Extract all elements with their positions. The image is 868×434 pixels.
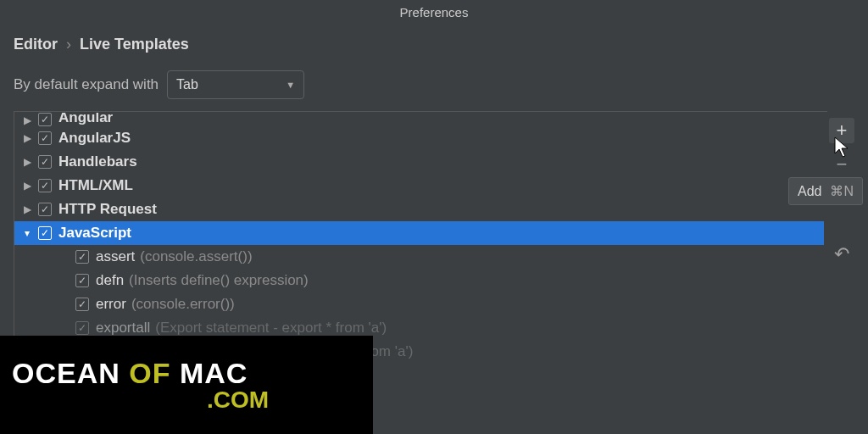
group-row-angular[interactable]: ▶ Angular xyxy=(14,113,824,126)
add-button[interactable]: + xyxy=(829,118,854,143)
reset-button[interactable]: ↶ xyxy=(829,242,854,267)
group-label: HTTP Request xyxy=(58,201,157,218)
template-abbr: exportall xyxy=(96,320,150,337)
breadcrumb: Editor › Live Templates xyxy=(0,24,868,57)
template-desc: (console.error()) xyxy=(131,296,235,313)
group-row-angularjs[interactable]: ▶ AngularJS xyxy=(14,126,824,150)
template-abbr: error xyxy=(96,296,126,313)
watermark-text: OF xyxy=(129,357,170,389)
window-titlebar: Preferences xyxy=(0,0,868,24)
checkbox[interactable] xyxy=(75,321,89,335)
tooltip-shortcut: ⌘N xyxy=(830,183,854,199)
undo-icon: ↶ xyxy=(834,245,849,264)
group-row-javascript[interactable]: ▾ JavaScript xyxy=(14,221,824,245)
template-abbr: defn xyxy=(96,272,124,289)
watermark-overlay: OCEAN OF MAC .COM xyxy=(0,336,373,434)
group-label: Angular xyxy=(58,113,113,126)
group-row-handlebars[interactable]: ▶ Handlebars xyxy=(14,150,824,174)
template-desc: (Inserts define() expression) xyxy=(129,272,309,289)
checkbox[interactable] xyxy=(38,131,52,145)
expand-with-label: By default expand with xyxy=(14,76,159,93)
template-desc: (Export statement - export * from 'a') xyxy=(155,320,387,337)
breadcrumb-separator: › xyxy=(66,36,71,53)
chevron-right-icon[interactable]: ▶ xyxy=(21,180,33,192)
watermark-text: OCEAN xyxy=(12,357,120,389)
watermark-text: .COM xyxy=(12,387,373,414)
breadcrumb-current: Live Templates xyxy=(80,36,189,53)
template-row[interactable]: error (console.error()) xyxy=(14,292,824,316)
group-row-htmlxml[interactable]: ▶ HTML/XML xyxy=(14,174,824,198)
group-label: JavaScript xyxy=(58,225,131,242)
checkbox[interactable] xyxy=(38,203,52,216)
chevron-right-icon[interactable]: ▶ xyxy=(21,114,33,126)
checkbox[interactable] xyxy=(75,274,89,287)
chevron-right-icon[interactable]: ▶ xyxy=(21,203,33,215)
checkbox[interactable] xyxy=(75,250,89,264)
group-label: AngularJS xyxy=(58,130,131,147)
template-abbr: assert xyxy=(96,248,135,265)
remove-button[interactable]: − xyxy=(829,152,854,177)
expand-with-row: By default expand with Tab ▼ xyxy=(0,57,868,111)
group-row-httprequest[interactable]: ▶ HTTP Request xyxy=(14,198,824,221)
checkbox[interactable] xyxy=(38,113,52,126)
checkbox[interactable] xyxy=(38,226,52,240)
plus-icon: + xyxy=(837,121,848,140)
add-tooltip: Add ⌘N xyxy=(788,177,863,205)
watermark-text: MAC xyxy=(180,357,248,389)
chevron-right-icon[interactable]: ▶ xyxy=(21,156,33,168)
chevron-down-icon[interactable]: ▾ xyxy=(21,227,33,239)
window-title: Preferences xyxy=(400,5,469,19)
checkbox[interactable] xyxy=(38,179,52,192)
template-row[interactable]: defn (Inserts define() expression) xyxy=(14,269,824,292)
group-label: HTML/XML xyxy=(58,177,133,194)
expand-with-select[interactable]: Tab ▼ xyxy=(167,70,304,99)
chevron-down-icon: ▼ xyxy=(286,80,295,90)
breadcrumb-parent[interactable]: Editor xyxy=(14,36,58,53)
chevron-right-icon[interactable]: ▶ xyxy=(21,132,33,144)
expand-with-value: Tab xyxy=(176,77,198,92)
tooltip-label: Add xyxy=(798,184,821,199)
template-desc: (console.assert()) xyxy=(140,248,252,265)
template-row[interactable]: assert (console.assert()) xyxy=(14,245,824,269)
checkbox[interactable] xyxy=(38,155,52,169)
checkbox[interactable] xyxy=(75,298,89,311)
group-label: Handlebars xyxy=(58,153,137,170)
minus-icon: − xyxy=(837,155,848,174)
